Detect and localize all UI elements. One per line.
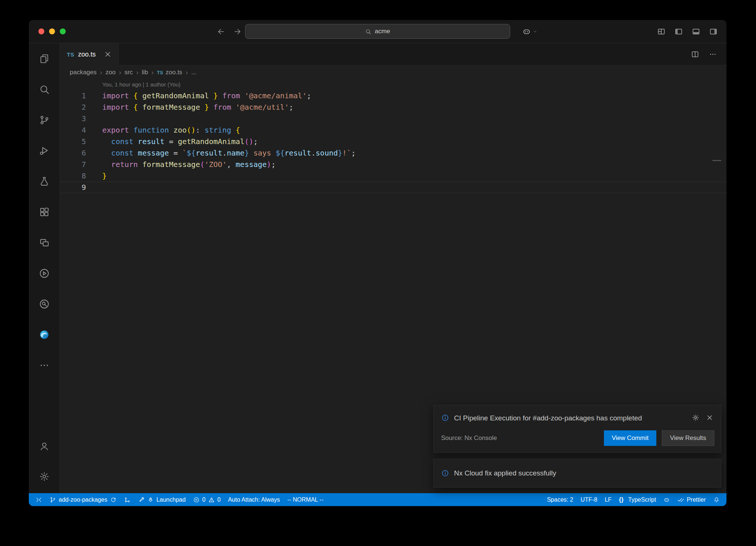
status-label: Spaces: 2 — [547, 496, 573, 503]
line-number[interactable]: 1 — [60, 90, 86, 102]
status-label: UTF-8 — [581, 496, 597, 503]
activity-item-source-control[interactable] — [29, 105, 60, 135]
status-indentation[interactable]: Spaces: 2 — [543, 493, 577, 506]
activity-item-nx-cloud[interactable] — [29, 289, 60, 319]
notification-footer: Source: Nx ConsoleView CommitView Result… — [434, 426, 721, 453]
breadcrumb-item-lib[interactable]: lib — [142, 69, 148, 76]
line-number[interactable]: 9 — [60, 182, 86, 193]
breadcrumb-separator: › — [151, 69, 154, 76]
more-actions-button[interactable] — [709, 50, 717, 58]
code-line[interactable]: 7 return formatMessage('ZOO', message); — [60, 159, 726, 170]
status-problems[interactable]: 00 — [189, 493, 224, 506]
notification-buttons: View CommitView Results — [604, 430, 714, 446]
activity-item-remote-explorer[interactable] — [29, 227, 60, 258]
line-number[interactable]: 6 — [60, 147, 86, 159]
breadcrumb-item-zoo-ts[interactable]: TSzoo.ts — [157, 69, 182, 76]
status-label: 0 — [202, 496, 206, 503]
code-line[interactable]: 1import { getRandomAnimal } from '@acme/… — [60, 90, 726, 102]
line-number[interactable]: 5 — [60, 136, 86, 147]
copilot-menu[interactable] — [522, 20, 538, 43]
activity-item-testing[interactable] — [29, 166, 60, 197]
line-number[interactable]: 4 — [60, 124, 86, 136]
status-language-mode[interactable]: {}TypeScript — [615, 493, 660, 506]
tab-zoo-ts[interactable]: TS zoo.ts — [60, 43, 119, 65]
toggle-sidebar-right-button[interactable] — [709, 27, 718, 36]
tools-icon — [138, 496, 145, 503]
code-line[interactable]: 8} — [60, 170, 726, 182]
command-center-search[interactable]: acme — [245, 24, 510, 39]
forward-button[interactable] — [233, 27, 242, 36]
vscode-window: acme TS zoo.ts packages›zoo›src›lib› — [29, 20, 726, 506]
breadcrumb-separator: › — [186, 69, 188, 76]
activity-item-files[interactable] — [29, 43, 60, 74]
git-blame-lens[interactable]: You, 1 hour ago | 1 author (You) — [102, 81, 181, 88]
status-encoding[interactable]: UTF-8 — [577, 493, 601, 506]
status-auto-attach[interactable]: Auto Attach: Always — [224, 493, 284, 506]
line-number[interactable]: 2 — [60, 102, 86, 113]
status-label: -- NORMAL -- — [287, 496, 323, 503]
activity-item-more[interactable] — [29, 350, 60, 381]
line-number[interactable]: 3 — [60, 113, 86, 124]
status-label: Prettier — [687, 496, 706, 503]
activity-item-edge-tools[interactable] — [29, 319, 60, 350]
status-label: add-zoo-packages — [59, 496, 107, 503]
notification-settings-gear-icon[interactable] — [692, 414, 700, 422]
status-git-branch[interactable]: add-zoo-packages — [46, 493, 120, 506]
run-debug-icon — [39, 145, 50, 156]
close-window-button[interactable] — [38, 28, 44, 34]
breadcrumb-item-zoo[interactable]: zoo — [106, 69, 116, 76]
toggle-panel-button[interactable] — [692, 27, 700, 36]
status-formatter[interactable]: Prettier — [674, 493, 709, 506]
code-line[interactable]: 5 const result = getRandomAnimal(); — [60, 136, 726, 147]
status-copilot-status[interactable] — [660, 493, 674, 506]
line-number[interactable]: 7 — [60, 159, 86, 170]
account-icon — [39, 440, 50, 451]
status-source-control-graph[interactable] — [120, 493, 134, 506]
status-remote-indicator[interactable] — [32, 493, 46, 506]
activity-item-settings[interactable] — [29, 461, 60, 492]
toggle-sidebar-left-button[interactable] — [674, 27, 683, 36]
tab-close-icon[interactable] — [104, 50, 112, 58]
rocket-icon — [147, 496, 154, 503]
code-line[interactable]: 4export function zoo(): string { — [60, 124, 726, 136]
view-results-button[interactable]: View Results — [662, 430, 714, 446]
status-launchpad[interactable]: Launchpad — [134, 493, 189, 506]
copilot-icon — [663, 496, 670, 503]
line-number[interactable]: 8 — [60, 170, 86, 182]
code-line[interactable]: 2import { formatMessage } from '@acme/ut… — [60, 102, 726, 113]
status-notifications-bell[interactable] — [709, 493, 724, 506]
activity-item-extensions[interactable] — [29, 197, 60, 227]
remote-icon — [35, 496, 42, 503]
breadcrumb-item-src[interactable]: src — [124, 69, 133, 76]
breadcrumb-label: packages — [70, 69, 97, 76]
split-editor-button[interactable] — [691, 50, 699, 58]
extensions-icon — [39, 207, 50, 218]
warning-icon — [208, 496, 215, 503]
window-controls — [38, 28, 66, 34]
code-text: const message = `${result.name} says ${r… — [102, 147, 355, 159]
notification-close-icon[interactable] — [706, 414, 714, 422]
breadcrumb-item--[interactable]: ... — [191, 69, 196, 76]
view-commit-button[interactable]: View Commit — [604, 430, 656, 446]
copilot-icon — [522, 27, 531, 36]
notification-toast: Nx Cloud fix applied successfully — [433, 459, 721, 488]
back-button[interactable] — [216, 27, 226, 36]
activity-item-nx-console[interactable] — [29, 258, 60, 289]
code-line[interactable]: 3 — [60, 113, 726, 124]
code-line[interactable]: 9 — [60, 182, 726, 193]
breadcrumb-item-packages[interactable]: packages — [70, 69, 97, 76]
notification-message: CI Pipeline Execution for #add-zoo-packa… — [454, 413, 652, 424]
zoom-window-button[interactable] — [60, 28, 66, 34]
activity-item-search[interactable] — [29, 74, 60, 105]
code-line[interactable]: 6 const message = `${result.name} says $… — [60, 147, 726, 159]
activity-bar-bottom — [29, 430, 60, 492]
status-eol[interactable]: LF — [601, 493, 615, 506]
minimize-window-button[interactable] — [49, 28, 55, 34]
status-bar: add-zoo-packagesLaunchpad00Auto Attach: … — [29, 493, 726, 506]
activity-item-account[interactable] — [29, 430, 60, 461]
customize-layout-button[interactable] — [657, 27, 666, 36]
status-vim-mode[interactable]: -- NORMAL -- — [284, 493, 327, 506]
settings-icon — [39, 471, 50, 482]
notification-center: CI Pipeline Execution for #add-zoo-packa… — [433, 405, 721, 488]
activity-item-run-debug[interactable] — [29, 135, 60, 166]
